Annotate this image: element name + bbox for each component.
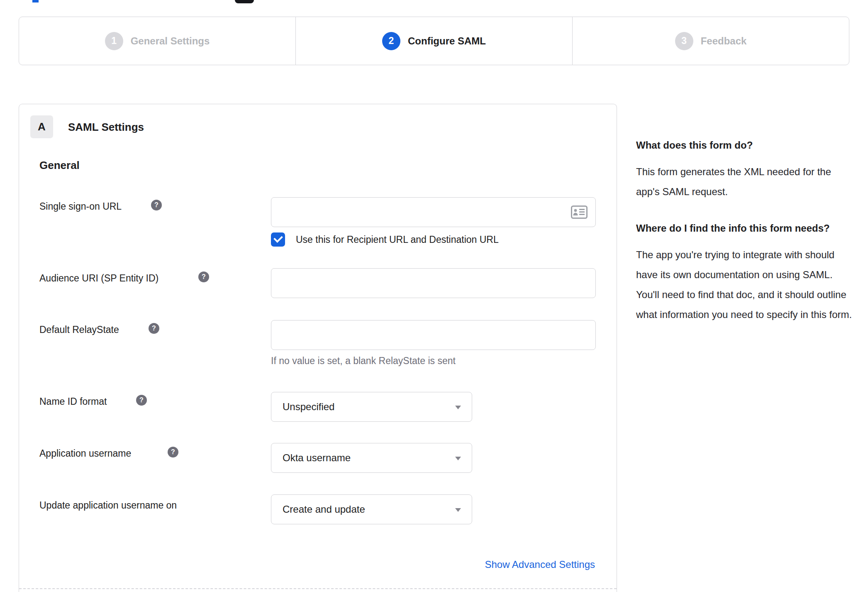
step-label: General Settings [131, 35, 210, 47]
step-feedback[interactable]: 3 Feedback [572, 17, 849, 65]
sso-url-label: Single sign-on URL [39, 201, 122, 212]
section-badge-a: A [30, 115, 53, 138]
audience-uri-help-icon[interactable]: ? [198, 272, 209, 282]
app-username-label: Application username [39, 448, 131, 459]
help-section-body: This form generates the XML needed for t… [636, 162, 853, 202]
help-sidebar: What does this form do? This form genera… [636, 137, 853, 325]
chevron-down-icon [455, 508, 461, 512]
sso-recipient-checkbox[interactable] [271, 232, 285, 247]
app-username-help-icon[interactable]: ? [168, 447, 178, 457]
sso-url-input[interactable] [271, 197, 596, 227]
chevron-down-icon [455, 406, 461, 409]
wizard-stepper: 1 General Settings 2 Configure SAML 3 Fe… [19, 17, 849, 65]
page-title-cutoff-dark [235, 0, 254, 3]
section-title: SAML Settings [68, 121, 144, 134]
relay-state-label: Default RelayState [39, 324, 119, 335]
page-title-cutoff-blue [32, 0, 39, 2]
step-number-badge: 1 [105, 32, 123, 50]
show-advanced-settings-link[interactable]: Show Advanced Settings [485, 559, 595, 570]
step-number-badge: 2 [382, 32, 400, 50]
help-section-heading: Where do I find the info this form needs… [636, 220, 853, 237]
name-id-format-label: Name ID format [39, 396, 107, 407]
update-username-on-value: Create and update [283, 504, 365, 515]
help-section-heading: What does this form do? [636, 137, 853, 154]
relay-state-input[interactable] [271, 320, 596, 350]
name-id-format-select[interactable]: Unspecified [271, 392, 472, 422]
step-number-badge: 3 [675, 32, 693, 50]
help-section-body: The app you're trying to integrate with … [636, 245, 853, 325]
update-username-on-select[interactable]: Create and update [271, 494, 472, 524]
app-username-select[interactable]: Okta username [271, 443, 472, 473]
app-username-value: Okta username [283, 452, 351, 464]
contact-card-icon [571, 205, 588, 219]
help-section: Where do I find the info this form needs… [636, 220, 853, 325]
relay-state-help-icon[interactable]: ? [149, 323, 159, 334]
step-general-settings[interactable]: 1 General Settings [19, 17, 295, 65]
step-configure-saml[interactable]: 2 Configure SAML [295, 17, 572, 65]
help-section: What does this form do? This form genera… [636, 137, 853, 202]
sso-url-field-wrap [271, 197, 596, 227]
update-username-on-label: Update application username on [39, 500, 177, 511]
relay-state-hint: If no value is set, a blank RelayState i… [271, 355, 456, 367]
name-id-format-help-icon[interactable]: ? [136, 395, 147, 406]
saml-settings-panel: A SAML Settings General Single sign-on U… [19, 104, 617, 592]
audience-uri-label: Audience URI (SP Entity ID) [39, 273, 158, 284]
group-title-general: General [39, 159, 80, 172]
audience-uri-input[interactable] [271, 268, 596, 298]
section-dashed-divider [19, 588, 617, 589]
step-label: Configure SAML [408, 35, 486, 47]
chevron-down-icon [455, 457, 461, 460]
sso-recipient-checkbox-label: Use this for Recipient URL and Destinati… [296, 234, 499, 245]
name-id-format-value: Unspecified [283, 401, 334, 413]
sso-url-help-icon[interactable]: ? [151, 200, 162, 210]
step-label: Feedback [701, 35, 747, 47]
